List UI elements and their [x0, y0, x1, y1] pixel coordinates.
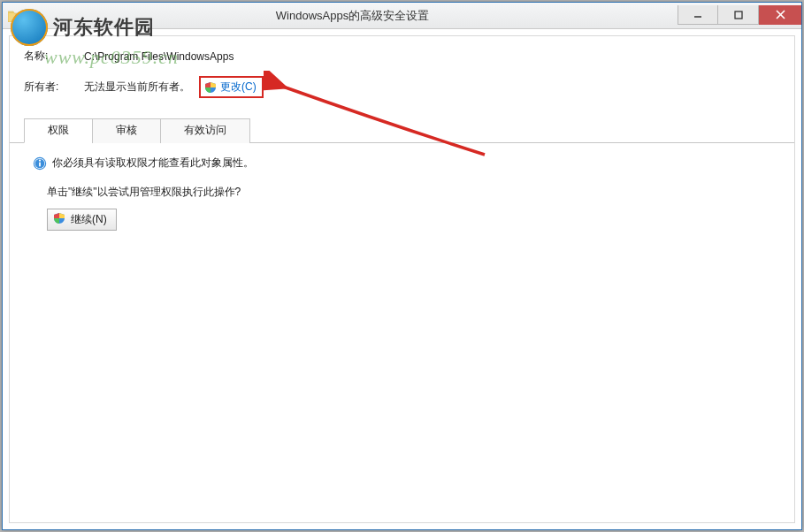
- info-icon: [33, 156, 47, 171]
- svg-point-8: [39, 159, 41, 161]
- svg-rect-7: [39, 162, 41, 166]
- window-title: WindowsApps的高级安全设置: [27, 8, 678, 24]
- tab-permissions[interactable]: 权限: [24, 118, 93, 143]
- uac-shield-icon: [53, 212, 65, 227]
- minimize-button[interactable]: [678, 5, 718, 25]
- folder-icon: [3, 3, 27, 29]
- info-row: 你必须具有读取权限才能查看此对象属性。: [33, 156, 780, 171]
- name-field: 名称: C:\Program Files\WindowsApps: [24, 49, 780, 64]
- tab-strip: 权限 审核 有效访问: [10, 118, 794, 143]
- uac-shield-icon: [204, 81, 217, 94]
- continue-button-label: 继续(N): [71, 212, 107, 227]
- owner-label: 所有者:: [24, 80, 84, 95]
- info-text: 你必须具有读取权限才能查看此对象属性。: [52, 156, 254, 171]
- owner-value: 无法显示当前所有者。: [84, 80, 190, 95]
- maximize-button[interactable]: [718, 5, 759, 25]
- name-value: C:\Program Files\WindowsApps: [84, 50, 234, 63]
- change-owner-link[interactable]: 更改(C): [199, 76, 264, 98]
- name-label: 名称:: [24, 49, 84, 64]
- titlebar[interactable]: WindowsApps的高级安全设置: [3, 3, 801, 29]
- window-controls: [678, 6, 801, 25]
- owner-field: 所有者: 无法显示当前所有者。 更改(C): [24, 76, 780, 98]
- prompt-text: 单击"继续"以尝试用管理权限执行此操作?: [47, 185, 780, 200]
- svg-rect-1: [735, 11, 742, 19]
- tab-audit[interactable]: 审核: [92, 118, 161, 143]
- continue-button[interactable]: 继续(N): [47, 209, 117, 231]
- security-settings-window: WindowsApps的高级安全设置 名称: C:\Program Files\…: [2, 2, 802, 530]
- tab-effective-access[interactable]: 有效访问: [160, 118, 250, 143]
- change-link-text: 更改(C): [220, 80, 257, 95]
- content-pane: 名称: C:\Program Files\WindowsApps 所有者: 无法…: [9, 35, 795, 523]
- close-button[interactable]: [759, 5, 801, 25]
